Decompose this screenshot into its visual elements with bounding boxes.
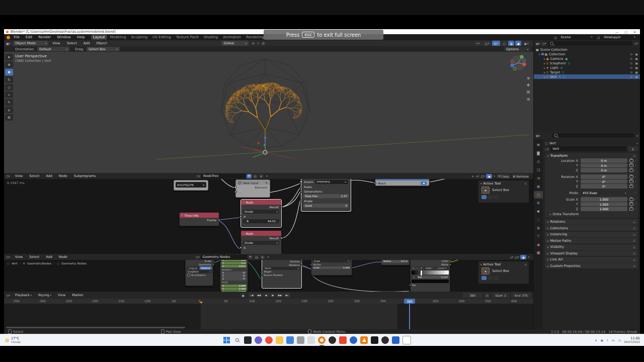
clock-icon[interactable]: ◷ (253, 174, 258, 178)
drag-selector[interactable]: Select Box▾ (87, 47, 120, 51)
socket-a[interactable] (239, 215, 242, 218)
menu-edit[interactable]: Edit (25, 35, 34, 39)
taskbar-app-sphere-icon[interactable] (329, 336, 336, 344)
object-name-field[interactable]: Vert (550, 146, 626, 151)
stop-position-field[interactable]: Pos 0.227 (417, 276, 449, 279)
node-editor-canvas[interactable]: 0.1947 ms X=[-FX]+FX ✕ + New Input ✕ Ele… (4, 179, 533, 254)
color-ramp-gradient[interactable] (412, 270, 449, 275)
jump-to-end-button[interactable]: ▶| (284, 293, 290, 298)
section-instancing[interactable]: ▸Instancing≡ (545, 232, 638, 237)
node-math-2[interactable]: ▾Math Result Divide▾ A (240, 230, 282, 254)
jump-to-start-button[interactable]: |◀ (249, 293, 255, 298)
menu-render[interactable]: Render (37, 35, 52, 39)
socket-source-position[interactable] (261, 274, 263, 276)
node-menu-view[interactable]: View (14, 174, 24, 178)
viewer-toggle[interactable] (421, 182, 427, 185)
workspace-tab-uv-editing[interactable]: UV Editing (150, 35, 173, 40)
timeline-menu-view[interactable]: View (57, 293, 66, 297)
frame-zero-marker[interactable] (200, 302, 203, 304)
workspace-tab-layout[interactable]: Layout (91, 35, 107, 40)
step-size-field[interactable]: Step Size 1.27 (303, 194, 349, 198)
workspace-tab-rendering[interactable]: Rendering (244, 35, 266, 40)
geo-menu-view[interactable]: View (14, 255, 24, 259)
overlay-toggle-icon[interactable]: ◫▾ (515, 255, 519, 259)
close-icon[interactable]: ✕ (265, 181, 268, 185)
tray-mic-icon[interactable]: ⌇ (607, 338, 608, 342)
outliner-item-label[interactable]: Scene Collection (540, 48, 568, 52)
toggle-grid-icon[interactable]: ⊞ (525, 96, 531, 102)
tab-physics[interactable]: ◌ (534, 216, 543, 224)
taskbar-file-explorer-icon[interactable] (276, 336, 283, 344)
select-mode-extend[interactable] (488, 276, 493, 280)
node-editor-type-icon[interactable]: ⬡▾ (6, 174, 10, 178)
lock-icon[interactable] (629, 208, 633, 211)
lock-icon[interactable] (629, 180, 633, 183)
workspace-tab-modeling[interactable]: Modeling (108, 35, 128, 40)
node-radius-value[interactable]: Radius 0.5 m (381, 260, 410, 265)
socket-alpha[interactable] (449, 263, 451, 265)
pan-hand-icon[interactable]: ✥ (525, 82, 531, 88)
outliner-row-target[interactable]: ▸▽Target▽⊙▣ (534, 70, 640, 74)
snapping-icon[interactable]: ∪▾ (475, 174, 479, 178)
remove-subprogram-button[interactable]: ⊗ Remove (512, 174, 529, 178)
expand-arrow[interactable]: ▸ (544, 66, 545, 69)
preview-icon[interactable]: ◉ (520, 255, 526, 259)
socket-mesh[interactable] (374, 182, 376, 185)
radius-field[interactable]: Radius 0.5 m (382, 260, 409, 263)
tab-render[interactable]: ◙ (534, 150, 543, 157)
workspace-tab-shading[interactable]: Shading (202, 35, 220, 40)
users-count-button[interactable]: 2 (628, 146, 638, 151)
options-button[interactable]: Options▾ (504, 47, 530, 51)
value-field[interactable]: 1.000 (581, 207, 627, 211)
target-mode-dropdown[interactable]: Faces▾ (263, 267, 300, 270)
animate-dot-icon[interactable]: · (635, 185, 636, 189)
expand-arrow[interactable]: ▸ (544, 71, 545, 74)
next-keyframe-button[interactable]: ▶▶ (277, 293, 283, 298)
breadcrumb-object[interactable]: Vert (549, 141, 556, 145)
options-dropdown[interactable]: ▾ (528, 255, 529, 258)
lock-icon[interactable] (629, 159, 633, 162)
frame-end-field[interactable]: End375 (511, 293, 531, 298)
fake-user-shield-icon[interactable]: ⛨ (247, 174, 252, 178)
viewlayer-selector[interactable]: ViewLayer✕ (602, 35, 638, 40)
tab-particles[interactable]: ✱ (534, 208, 543, 215)
outliner-item-label[interactable]: Vert (550, 75, 556, 79)
animate-dot-icon[interactable]: · (635, 159, 636, 163)
clock-widget[interactable]: 11:05 26/07/2022 (624, 337, 640, 343)
section-custom-properties[interactable]: ▸Custom Properties≡ (545, 263, 638, 268)
tab-output[interactable]: ⎙ (534, 158, 543, 165)
visibility-eye-icon[interactable]: ⊙ (630, 61, 632, 65)
visibility-eye-icon[interactable]: ⊙ (630, 52, 632, 56)
node-lsystem[interactable]: Axiom FFFFFFFX✕ Rules Generations Step S… (301, 179, 351, 212)
lock-icon[interactable] (629, 175, 633, 178)
select-mode-new[interactable] (481, 195, 487, 199)
value-field[interactable]: 0° (581, 174, 627, 179)
outliner-row-light[interactable]: ▸✦Light⊙⊙▣ (534, 65, 640, 70)
outliner-filter-icon[interactable]: ▽▾ (634, 42, 638, 45)
blender-menu-icon[interactable] (7, 36, 10, 39)
playhead-label[interactable]: 389 (404, 299, 415, 304)
outliner-display-mode-icon[interactable]: ▤▾ (536, 42, 540, 45)
tray-chevron-icon[interactable]: ∧ (595, 338, 597, 342)
render-visibility-icon[interactable]: ▣ (635, 61, 638, 65)
outliner-item-label[interactable]: Target (550, 70, 560, 74)
socket-target[interactable] (261, 270, 263, 273)
render-visibility-icon[interactable]: ▣ (635, 52, 638, 56)
tray-network-icon[interactable]: ◉ (601, 338, 603, 342)
node-mesh-viewer[interactable]: Mesh (375, 179, 430, 187)
menu-help[interactable]: Help (76, 35, 86, 39)
timeline-editor-icon[interactable]: ◷▾ (6, 294, 10, 297)
taskbar-app-window-icon[interactable] (403, 336, 411, 344)
geo-menu-node[interactable]: Node (58, 255, 68, 259)
socket-a[interactable] (239, 246, 242, 249)
node-string-input[interactable]: X=[-FX]+FX ✕ (174, 180, 208, 191)
breadcrumb-item[interactable]: Vert (12, 261, 18, 265)
select-mode-subtract[interactable] (494, 195, 499, 199)
panel-menu-icon[interactable]: ≡ (633, 154, 635, 157)
socket-angle[interactable] (300, 200, 302, 202)
weather-widget[interactable]: 17°C Cloudy (5, 337, 21, 343)
taskbar-app-light-icon[interactable] (307, 336, 315, 344)
value-field[interactable]: 1.000 (581, 197, 627, 202)
select-box-tool-icon[interactable]: ➤ (481, 267, 490, 275)
socket-generations[interactable] (300, 190, 302, 193)
